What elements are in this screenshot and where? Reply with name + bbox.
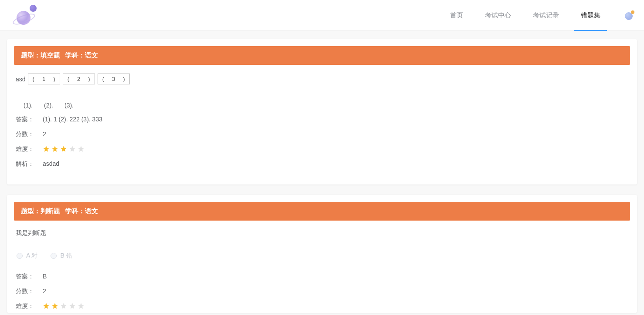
star-icon (60, 302, 67, 309)
blank-2[interactable]: (_ _2_ _) (63, 74, 95, 84)
difficulty-row: 难度： (16, 302, 628, 310)
planet-icon (17, 11, 31, 25)
question-header: 题型：填空题 学科：语文 (14, 46, 630, 65)
analysis-value: asdad (43, 160, 59, 168)
star-icon (51, 302, 58, 309)
logo (9, 2, 44, 28)
user-answer-blanks: (1). (2). (3). (24, 102, 628, 109)
radio-icon (51, 253, 57, 259)
answer-value: (1). 1 (2). 222 (3). 333 (43, 116, 102, 124)
radio-group: A 对 B 错 (17, 252, 628, 260)
answer-value: B (43, 273, 47, 281)
nav-exam-center[interactable]: 考试中心 (481, 0, 515, 30)
nav: 首页 考试中心 考试记录 错题集 (446, 0, 605, 30)
blank-1[interactable]: (_ _1_ _) (28, 74, 60, 84)
star-icon (69, 302, 76, 309)
nav-exam-record[interactable]: 考试记录 (529, 0, 563, 30)
star-icon (43, 302, 50, 309)
stem-text: asd (16, 76, 26, 83)
star-icon (78, 302, 85, 309)
question-header: 题型：判断题 学科：语文 (14, 202, 630, 221)
planet-small-icon (30, 5, 37, 12)
radio-icon (17, 253, 23, 259)
radio-option-a[interactable]: A 对 (17, 252, 37, 260)
difficulty-stars (43, 302, 85, 310)
stem-text: 我是判断题 (16, 229, 46, 237)
decoration-icon (622, 10, 635, 20)
question-card: 题型：判断题 学科：语文 我是判断题 A 对 B 错 答案： B (7, 195, 637, 313)
nav-wrong-set[interactable]: 错题集 (576, 0, 605, 30)
star-icon (51, 145, 58, 152)
difficulty-stars (43, 145, 85, 153)
difficulty-row: 难度： (16, 145, 628, 153)
answer-row: 答案： (1). 1 (2). 222 (3). 333 (16, 116, 628, 124)
question-stem: asd (_ _1_ _) (_ _2_ _) (_ _3_ _) (16, 74, 628, 84)
nav-home[interactable]: 首页 (446, 0, 468, 30)
star-icon (43, 145, 50, 152)
question-card: 题型：填空题 学科：语文 asd (_ _1_ _) (_ _2_ _) (_ … (7, 39, 637, 184)
star-icon (60, 145, 67, 152)
question-stem: 我是判断题 (16, 229, 628, 237)
main-content: 题型：填空题 学科：语文 asd (_ _1_ _) (_ _2_ _) (_ … (0, 30, 644, 313)
analysis-row: 解析： asdad (16, 160, 628, 168)
star-icon (78, 145, 85, 152)
score-value: 2 (43, 288, 46, 295)
score-value: 2 (43, 131, 46, 138)
score-row: 分数： 2 (16, 131, 628, 138)
answer-row: 答案： B (16, 273, 628, 281)
score-row: 分数： 2 (16, 288, 628, 295)
star-icon (69, 145, 76, 152)
blank-3[interactable]: (_ _3_ _) (98, 74, 130, 84)
radio-option-b[interactable]: B 错 (51, 252, 72, 260)
header: 首页 考试中心 考试记录 错题集 (0, 0, 644, 30)
